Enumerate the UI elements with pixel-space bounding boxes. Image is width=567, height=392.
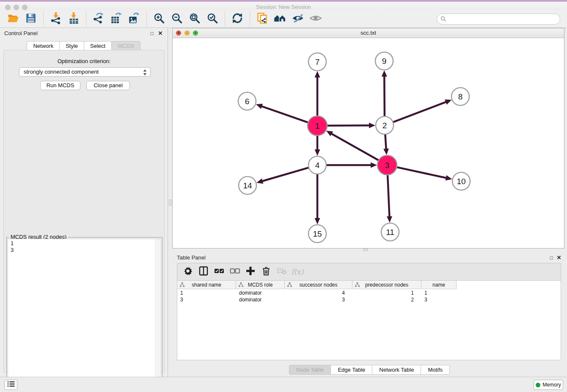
run-mcds-button[interactable]: Run MCDS — [40, 81, 80, 90]
save-session-button[interactable] — [23, 12, 39, 26]
network-canvas[interactable]: 7968124314101511 — [173, 38, 564, 248]
refresh-button[interactable] — [230, 12, 245, 26]
zoom-out-button[interactable] — [169, 12, 184, 26]
show-graphics-details-button[interactable] — [308, 12, 323, 26]
zoom-fit-button[interactable] — [187, 12, 202, 26]
graph-node-3[interactable]: 3 — [377, 155, 397, 175]
export-network-button[interactable] — [91, 12, 106, 26]
edge-2-8[interactable] — [393, 102, 447, 122]
close-panel-button[interactable]: Close panel — [86, 81, 130, 90]
mcds-result-area[interactable]: 1 3 — [8, 239, 161, 392]
edge-arrowhead — [315, 218, 320, 224]
clone-network-button[interactable] — [255, 12, 270, 26]
columns-icon — [198, 266, 209, 278]
svg-text:6: 6 — [245, 97, 250, 106]
graph-node-11[interactable]: 11 — [381, 223, 399, 241]
edge-3-1[interactable] — [331, 133, 379, 160]
tab-select[interactable]: Select — [84, 41, 112, 50]
graph-node-10[interactable]: 10 — [452, 172, 470, 190]
tab-mcds[interactable]: MCDS — [111, 41, 140, 50]
tab-node-table[interactable]: Node Table — [289, 365, 331, 375]
tab-network[interactable]: Network — [27, 41, 60, 50]
zoom-in-icon — [153, 12, 165, 26]
task-history-button[interactable] — [4, 380, 17, 390]
mcds-panel-body: Optimization criterion: strongly connect… — [3, 50, 165, 373]
import-table-button[interactable] — [66, 12, 81, 26]
delete-column-button[interactable] — [259, 265, 273, 279]
open-session-button[interactable] — [6, 12, 21, 26]
tab-style[interactable]: Style — [59, 41, 84, 50]
cell-shared-name[interactable]: 1 — [177, 290, 236, 296]
cell-successor-nodes[interactable]: 4 — [285, 290, 352, 296]
column-header-successor-nodes[interactable]: successor nodes — [285, 281, 352, 289]
list-icon — [7, 381, 15, 389]
add-column-button[interactable] — [243, 265, 258, 279]
graph-node-6[interactable]: 6 — [238, 92, 256, 110]
table-row[interactable]: 3dominator323 — [177, 296, 561, 303]
cell-name[interactable]: 3 — [421, 296, 457, 303]
edge-2-9[interactable] — [384, 76, 385, 116]
close-panel-icon[interactable]: ✕ — [157, 30, 163, 36]
cell-mcds-role[interactable]: dominator — [236, 296, 285, 303]
export-table-button[interactable] — [109, 12, 124, 26]
graph-node-8[interactable]: 8 — [451, 88, 469, 105]
cell-predecessor-nodes[interactable]: 2 — [352, 296, 421, 303]
edge-3-11[interactable] — [388, 175, 389, 217]
graph-node-1[interactable]: 1 — [308, 116, 327, 135]
unselect-all-button[interactable] — [228, 265, 242, 279]
result-scrollbar[interactable] — [155, 239, 161, 392]
edge-1-2[interactable] — [327, 125, 370, 126]
network-view-title: scc.txt — [173, 28, 564, 38]
column-header-shared-name[interactable]: shared name — [177, 281, 236, 289]
cell-predecessor-nodes[interactable]: 1 — [352, 290, 421, 296]
close-panel-icon[interactable]: ✕ — [556, 254, 562, 261]
cell-name[interactable]: 1 — [421, 290, 457, 296]
tab-motifs[interactable]: Motifs — [421, 365, 450, 375]
import-network-button[interactable] — [48, 12, 63, 26]
edge-1-6[interactable] — [261, 106, 308, 123]
horizontal-splitter-handle[interactable] — [363, 248, 368, 251]
tab-edge-table[interactable]: Edge Table — [330, 365, 372, 375]
graph-node-2[interactable]: 2 — [376, 116, 394, 134]
column-header-predecessor-nodes[interactable]: predecessor nodes — [352, 281, 421, 289]
graph-node-14[interactable]: 14 — [239, 177, 256, 194]
graph-node-7[interactable]: 7 — [308, 53, 326, 71]
vertical-splitter-handle[interactable] — [169, 199, 172, 206]
cell-shared-name[interactable]: 3 — [177, 296, 236, 303]
home-view-button[interactable] — [272, 12, 288, 26]
hide-graphics-details-button[interactable] — [290, 12, 306, 26]
graph-node-15[interactable]: 15 — [308, 225, 326, 243]
table-settings-button[interactable] — [181, 265, 195, 279]
float-panel-icon[interactable]: □ — [149, 30, 155, 36]
column-label: shared name — [192, 282, 221, 288]
cell-mcds-role[interactable]: dominator — [236, 290, 285, 296]
column-header-mcds-role[interactable]: MCDS role — [236, 281, 285, 289]
gear-icon — [183, 266, 193, 277]
table-panel-title: Table Panel — [177, 254, 206, 261]
select-all-button[interactable] — [212, 265, 226, 279]
graph-node-9[interactable]: 9 — [375, 52, 393, 70]
network-view-titlebar[interactable]: ✕ − + scc.txt — [173, 28, 564, 38]
export-image-button[interactable] — [127, 12, 142, 26]
cell-successor-nodes[interactable]: 3 — [285, 296, 352, 303]
memory-button[interactable]: Memory — [534, 380, 563, 390]
table-row[interactable]: 1dominator411 — [177, 290, 561, 296]
svg-text:4: 4 — [315, 161, 320, 170]
tab-network-table[interactable]: Network Table — [372, 365, 421, 375]
optimization-criterion-select[interactable]: strongly connected component — [19, 67, 151, 77]
optimization-criterion-label: Optimization criterion: — [4, 58, 164, 64]
graph-node-4[interactable]: 4 — [308, 156, 326, 174]
column-header-name[interactable]: name — [421, 281, 457, 289]
float-panel-icon[interactable]: □ — [548, 255, 554, 261]
edge-3-10[interactable] — [396, 167, 446, 178]
svg-text:10: 10 — [457, 177, 465, 186]
delete-table-button[interactable] — [275, 265, 289, 279]
function-builder-button[interactable]: f(x) — [290, 265, 305, 279]
search-input[interactable] — [437, 14, 560, 25]
show-columns-button[interactable] — [196, 265, 211, 279]
edge-4-14[interactable] — [262, 168, 309, 181]
edge-2-3[interactable] — [385, 134, 386, 149]
eye-slash-icon — [292, 12, 304, 26]
zoom-in-button[interactable] — [151, 12, 167, 26]
zoom-selected-button[interactable] — [205, 12, 220, 26]
